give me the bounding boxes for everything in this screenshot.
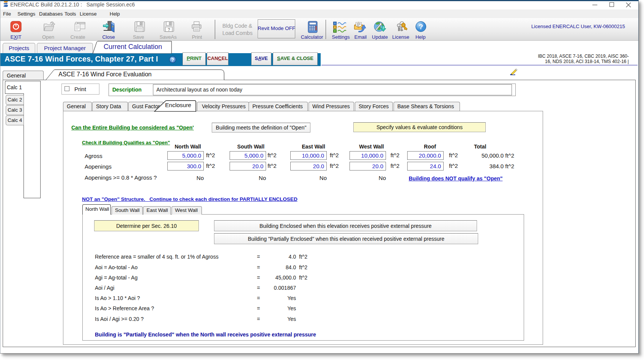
svg-text:?: ? [419, 23, 423, 31]
svg-text:?: ? [168, 27, 170, 32]
